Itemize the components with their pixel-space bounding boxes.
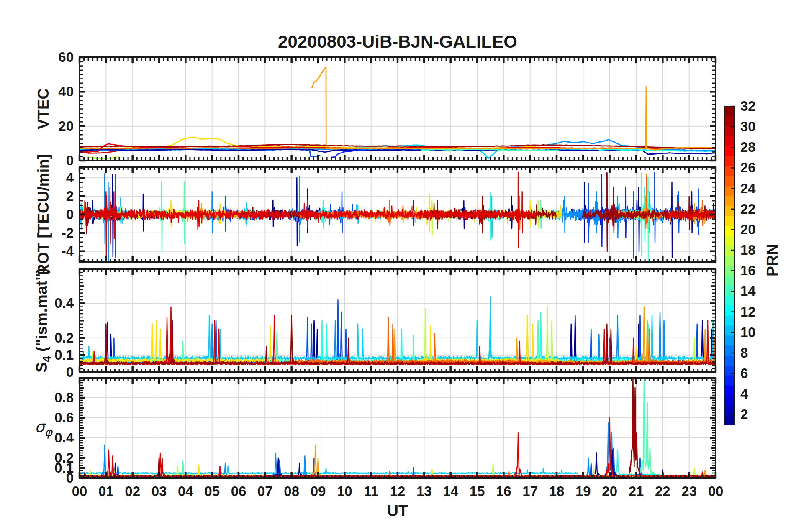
panel-vtec [80,57,716,161]
colorbar-block [724,315,734,325]
colorbar-block [724,305,734,315]
panel-s4 [80,269,716,372]
chart-title: 20200803-UiB-BJN-GALILEO [278,32,517,52]
plot-canvas [0,0,796,532]
colorbar-tick-label: 18 [740,243,756,257]
colorbar-tick-label: 8 [740,346,748,360]
colorbar-tick-label: 10 [740,325,756,340]
colorbar-tick-label: 30 [740,120,756,134]
y-tick-label-rot: 2 [28,189,74,203]
y-tick-label-sigma: 0.8 [28,391,74,405]
colorbar-block [724,156,734,166]
colorbar-block [724,226,734,236]
y-tick-label-vtec: 60 [28,50,74,64]
panel-rot [80,167,716,262]
vtec-series-line [312,67,716,150]
colorbar-tick-label: 6 [740,366,748,381]
colorbar-block [724,106,734,116]
colorbar-tick-label: 32 [740,99,756,113]
colorbar-tick-label: 4 [740,387,748,401]
colorbar-block [724,176,734,186]
colorbar-block [724,345,734,356]
y-tick-label-s4: 0 [28,365,74,379]
sigma-series-line [424,464,556,476]
colorbar-block [724,206,734,216]
sigma-grid [80,378,716,478]
panel-sigma [80,377,716,478]
y-tick-label-s4: 0.4 [28,296,74,310]
y-tick-label-rot: 0 [28,207,74,222]
colorbar-block [724,295,734,305]
colorbar-tick-label: 24 [740,182,756,196]
y-tick-label-s4: 0.1 [28,348,74,362]
colorbar-block [724,355,734,365]
y-tick-label-sigma: 0.2 [28,451,74,465]
colorbar-block [724,126,734,136]
x-axis-label: UT [387,502,408,520]
y-tick-label-rot: -2 [28,226,74,240]
colorbar-block [724,325,734,335]
y-tick-label-sigma: 0.6 [28,411,74,425]
y-tick-label-vtec: 40 [28,84,74,99]
colorbar-block [724,395,734,405]
colorbar-label: PRN [764,244,781,276]
y-tick-label-vtec: 0 [28,153,74,168]
vtec-series-line [331,151,366,158]
colorbar-block [724,286,734,296]
colorbar-tick-label: 26 [740,161,756,175]
colorbar-block [724,375,734,385]
colorbar-block [724,415,734,425]
y-tick-label-s4: 0.2 [28,331,74,345]
colorbar-block [724,276,734,286]
figure: 20200803-UiB-BJN-GALILEO VTEC ROT [TECU/… [0,0,796,532]
colorbar-block [724,335,734,345]
colorbar-tick-label: 20 [740,223,756,237]
colorbar-block [724,216,734,226]
y-tick-label-sigma: 0.4 [28,431,74,445]
x-tick-label: 00 [697,484,734,499]
colorbar-tick-label: 14 [740,284,756,298]
colorbar-block [724,196,734,206]
colorbar-block [724,246,734,256]
colorbar-tick-label: 28 [740,140,756,154]
y-tick-label-rot: -4 [28,244,74,258]
colorbar-block [724,256,734,266]
colorbar-block [724,236,734,246]
colorbar-block [724,116,734,126]
colorbar-tick-label: 12 [740,305,756,319]
colorbar-tick-label: 22 [740,202,756,216]
s4-series-line [80,321,278,362]
y-tick-label-rot: 4 [28,171,74,185]
rot-series-line [289,176,310,242]
y-tick-label-vtec: 20 [28,119,74,133]
colorbar-block [724,136,734,146]
colorbar-block [724,405,734,415]
colorbar-block [724,186,734,196]
colorbar-tick-label: 16 [740,263,756,278]
sigma-series-line [639,381,654,474]
colorbar-tick-label: 2 [740,407,748,422]
colorbar [724,106,734,425]
